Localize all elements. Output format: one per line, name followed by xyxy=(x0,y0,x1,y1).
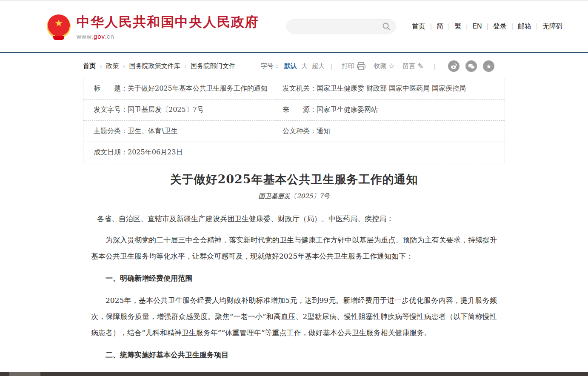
document-meta-table: 标 题： 关于做好2025年基本公共卫生服务工作的通知 发文机关： 国家卫生健康… xyxy=(83,78,505,163)
printer-icon xyxy=(357,62,366,71)
font-size-control: 字号： 默认 大 超大 xyxy=(261,62,325,70)
footer-bar xyxy=(0,372,588,376)
favorites-share-icon[interactable]: ★ xyxy=(483,60,494,72)
comment-button[interactable]: 留言 ✎ xyxy=(402,62,423,71)
emblem-star-icon: ★ xyxy=(54,19,63,28)
nav-login[interactable]: 登录 xyxy=(488,22,511,31)
font-size-xlarge-button[interactable]: 超大 xyxy=(312,62,325,70)
print-label: 打印 xyxy=(342,62,354,70)
font-size-label: 字号： xyxy=(261,62,280,70)
section-heading-2: 二、统筹实施好基本公共卫生服务项目 xyxy=(91,347,497,363)
meta-row: 发文字号： 国卫基层发〔2025〕7号 来 源： 国家卫生健康委网站 xyxy=(83,100,505,121)
nav-mail[interactable]: 邮箱 xyxy=(513,22,536,31)
meta-row: 成文日期： 2025年06月23日 xyxy=(83,142,505,163)
article: 关于做好2025年基本公共卫生服务工作的通知 国卫基层发〔2025〕7号 各省、… xyxy=(91,172,497,376)
meta-value-issuing-agency: 国家卫生健康委 财政部 国家中医药局 国家疾控局 xyxy=(317,84,466,93)
meta-label-doc-type: 公文种类： xyxy=(283,127,317,136)
meta-row: 主题分类： 卫生、体育\卫生 公文种类： 通知 xyxy=(83,121,505,142)
nav-english[interactable]: EN xyxy=(468,23,486,30)
document-tools: 打印 收藏 ☆ 留言 ✎ xyxy=(342,62,428,71)
breadcrumb-home[interactable]: 首页 xyxy=(83,62,96,70)
meta-label-topic-category: 主题分类： xyxy=(94,127,128,136)
national-emblem-logo: ★ xyxy=(47,14,71,38)
site-header: ★ 中华人民共和国中央人民政府 www.gov.cn 首页| 简| 繁| EN|… xyxy=(0,0,588,53)
star-outline-icon: ☆ xyxy=(388,62,395,71)
section-1-paragraph: 2025年，基本公共卫生服务经费人均财政补助标准增加5元，达到99元。新增经费用… xyxy=(91,292,497,341)
meta-label-title: 标 题： xyxy=(94,84,128,93)
nav-accessibility[interactable]: 无障碍 xyxy=(538,22,568,31)
section-heading-1: 一、明确新增经费使用范围 xyxy=(91,270,497,286)
search-icon[interactable] xyxy=(382,22,391,31)
search-box[interactable] xyxy=(286,19,396,34)
chevron-right-icon: › xyxy=(100,63,102,69)
meta-value-doc-number: 国卫基层发〔2025〕7号 xyxy=(128,105,204,114)
meta-label-issuing-agency: 发文机关： xyxy=(283,84,317,93)
salutation-paragraph: 各省、自治区、直辖市及新疆生产建设兵团卫生健康委、财政厅（局）、中医药局、疾控局… xyxy=(91,211,497,227)
document-title: 关于做好2025年基本公共卫生服务工作的通知 xyxy=(91,172,497,187)
breadcrumb-policy[interactable]: 政策 xyxy=(106,62,119,70)
intro-paragraph: 为深入贯彻党的二十届三中全会精神，落实新时代党的卫生与健康工作方针中以基层为重点… xyxy=(91,232,497,264)
site-url-www: www. xyxy=(77,33,94,40)
document-body: 各省、自治区、直辖市及新疆生产建设兵团卫生健康委、财政厅（局）、中医药局、疾控局… xyxy=(91,211,497,376)
breadcrumb: 首页 › 政策 › 国务院政策文件库 › 国务院部门文件 xyxy=(83,62,235,70)
meta-row: 标 题： 关于做好2025年基本公共卫生服务工作的通知 发文机关： 国家卫生健康… xyxy=(83,78,505,100)
font-size-default-button[interactable]: 默认 xyxy=(284,62,297,70)
weibo-share-icon[interactable] xyxy=(448,60,460,72)
meta-label-date: 成文日期： xyxy=(94,148,128,157)
site-url-gov: gov xyxy=(94,33,105,40)
wechat-share-icon[interactable] xyxy=(465,60,477,72)
toolbar-separator: | xyxy=(434,63,435,70)
meta-value-date: 2025年06月23日 xyxy=(128,148,183,157)
document-number: 国卫基层发〔2025〕7号 xyxy=(91,192,497,200)
chevron-right-icon: › xyxy=(123,63,125,69)
chevron-right-icon: › xyxy=(185,63,186,69)
site-url-cn: .cn xyxy=(105,33,114,40)
top-nav: 首页| 简| 繁| EN| 登录| 邮箱| 无障碍 xyxy=(407,22,568,31)
site-title: 中华人民共和国中央人民政府 xyxy=(77,13,259,31)
footer-bar-segment xyxy=(9,372,40,376)
font-size-large-button[interactable]: 大 xyxy=(301,62,308,70)
meta-value-title: 关于做好2025年基本公共卫生服务工作的通知 xyxy=(128,84,268,93)
meta-value-doc-type: 通知 xyxy=(317,127,330,136)
favorite-button[interactable]: 收藏 ☆ xyxy=(374,62,395,71)
pencil-icon: ✎ xyxy=(417,62,423,71)
emblem-ribbon xyxy=(53,36,64,40)
search-input[interactable] xyxy=(292,23,382,30)
meta-value-topic-category: 卫生、体育\卫生 xyxy=(128,127,177,136)
meta-label-source: 来 源： xyxy=(283,105,317,114)
site-url: www.gov.cn xyxy=(77,33,259,40)
print-button[interactable]: 打印 xyxy=(342,62,366,71)
share-icons: ★ xyxy=(448,60,494,72)
nav-traditional[interactable]: 繁 xyxy=(450,22,466,31)
meta-value-source: 国家卫生健康委网站 xyxy=(317,105,378,114)
favorite-label: 收藏 xyxy=(374,62,386,70)
breadcrumb-department-docs[interactable]: 国务院部门文件 xyxy=(191,62,235,70)
breadcrumb-toolbar-row: 首页 › 政策 › 国务院政策文件库 › 国务院部门文件 字号： 默认 大 超大… xyxy=(83,60,505,72)
toolbar-separator: | xyxy=(331,63,332,70)
nav-home[interactable]: 首页 xyxy=(407,22,430,31)
breadcrumb-policy-library[interactable]: 国务院政策文件库 xyxy=(129,62,180,70)
site-brand[interactable]: ★ 中华人民共和国中央人民政府 www.gov.cn xyxy=(47,13,259,40)
meta-label-doc-number: 发文字号： xyxy=(94,105,128,114)
nav-simplified[interactable]: 简 xyxy=(432,22,448,31)
comment-label: 留言 xyxy=(402,62,415,70)
